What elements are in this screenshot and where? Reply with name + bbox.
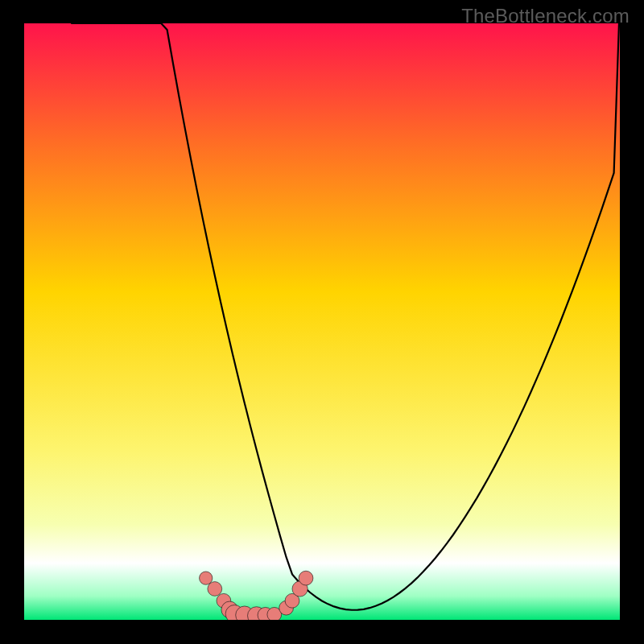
data-marker [299,571,313,585]
data-marker [208,582,222,597]
data-marker [200,572,213,584]
gradient-background [24,23,620,620]
plot-area [24,23,620,620]
chart-frame: TheBottleneck.com [0,0,644,644]
plot-svg [24,23,620,620]
